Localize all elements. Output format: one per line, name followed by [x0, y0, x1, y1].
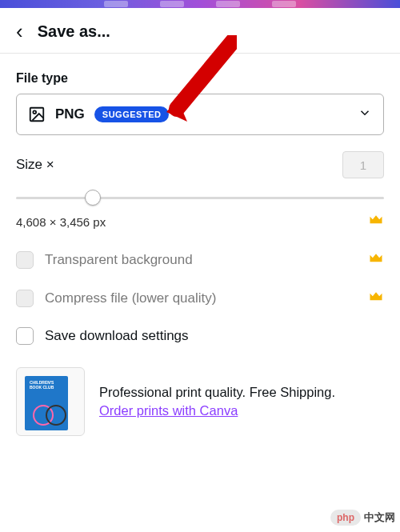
slider-thumb[interactable]	[85, 190, 101, 206]
checkbox-save-settings[interactable]	[16, 327, 34, 345]
topbar-decor	[216, 1, 240, 7]
crown-icon	[368, 250, 384, 270]
file-type-select[interactable]: PNG SUGGESTED	[16, 94, 384, 135]
page-header: ‹ Save as...	[0, 8, 400, 54]
option-save-settings-label: Save download settings	[45, 328, 189, 344]
promo-link[interactable]: Order prints with Canva	[99, 403, 335, 418]
suggested-badge: SUGGESTED	[94, 106, 170, 122]
checkbox-transparent[interactable]	[16, 251, 34, 269]
checkbox-compress[interactable]	[16, 290, 34, 307]
size-label: Size ×	[16, 157, 54, 173]
image-icon	[28, 106, 46, 123]
slider-track	[16, 197, 384, 199]
option-transparent[interactable]: Transparent background	[16, 250, 384, 270]
promo-thumbnail[interactable]: CHILDREN'S BOOK CLUB	[16, 367, 85, 436]
topbar-decor	[272, 1, 296, 7]
size-slider[interactable]	[16, 186, 384, 209]
topbar-decor	[104, 1, 128, 7]
dimensions-row: 4,608 × 3,456 px	[16, 212, 384, 231]
print-promo: CHILDREN'S BOOK CLUB Professional print …	[16, 367, 384, 436]
file-type-value: PNG	[55, 106, 85, 122]
size-row: Size × 1	[16, 151, 384, 178]
option-transparent-label: Transparent background	[45, 252, 193, 268]
promo-thumb-title: CHILDREN'S BOOK CLUB	[30, 381, 63, 390]
svg-point-1	[33, 110, 36, 114]
watermark-php: php	[330, 510, 361, 526]
option-save-settings[interactable]: Save download settings	[16, 327, 384, 345]
file-type-label: File type	[16, 71, 384, 86]
watermark: php 中文网	[330, 510, 395, 526]
back-button[interactable]: ‹	[16, 21, 23, 42]
app-topbar	[0, 0, 400, 8]
crown-icon	[368, 212, 384, 231]
svg-rect-0	[30, 108, 44, 122]
option-compress-label: Compress file (lower quality)	[45, 290, 216, 306]
chevron-down-icon	[358, 106, 372, 123]
size-multiplier-input[interactable]: 1	[342, 151, 384, 178]
promo-text-line1: Professional print quality. Free Shippin…	[99, 385, 335, 400]
page-title: Save as...	[38, 22, 110, 41]
dimensions-value: 4,608 × 3,456 px	[16, 215, 106, 229]
watermark-cn: 中文网	[364, 510, 395, 525]
content-area: File type PNG SUGGESTED Size × 1 4,608 ×…	[0, 71, 400, 436]
topbar-decor	[160, 1, 184, 7]
crown-icon	[368, 289, 384, 308]
option-compress[interactable]: Compress file (lower quality)	[16, 289, 384, 308]
